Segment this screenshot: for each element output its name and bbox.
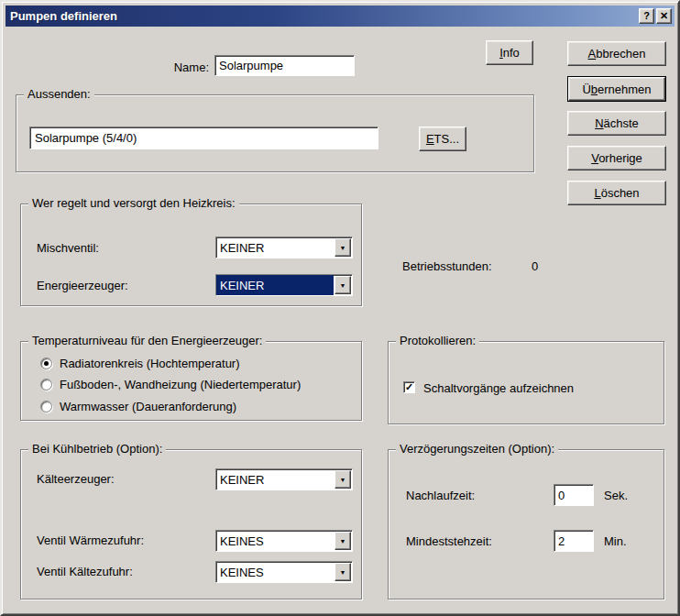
ventil-kaeltezufuhr-label: Ventil Kältezufuhr:: [37, 565, 133, 578]
kuehlbetrieb-group-label: Bei Kühlbetrieb (Option):: [28, 442, 166, 456]
chevron-down-icon[interactable]: ▼: [335, 532, 351, 550]
mischventil-combo[interactable]: KEINER ▼: [215, 236, 353, 258]
ventil-kaeltezufuhr-combo[interactable]: KEINES ▼: [215, 561, 353, 583]
betriebsstunden-value: 0: [532, 259, 538, 273]
ventil-waermezufuhr-label: Ventil Wärmezufuhr:: [37, 534, 144, 547]
ventil-kaeltezufuhr-value: KEINES: [216, 562, 334, 582]
radio-radiatorenkreis-label[interactable]: Radiatorenkreis (Hochtemperatur): [60, 357, 240, 370]
name-input[interactable]: [214, 55, 355, 76]
radio-warmwasser-label[interactable]: Warmwasser (Daueranforderung): [60, 400, 236, 413]
heizkreis-group-label: Wer regelt und versorgt den Heizkreis:: [28, 196, 239, 210]
radio-warmwasser[interactable]: [40, 401, 52, 412]
nachlaufzeit-label: Nachlaufzeit:: [406, 489, 475, 502]
close-icon: ✕: [660, 11, 668, 21]
loeschen-button[interactable]: Löschen: [567, 181, 666, 205]
titlebar[interactable]: Pumpen definieren ? ✕: [5, 6, 675, 27]
mischventil-value: KEINER: [216, 237, 334, 258]
ets-button[interactable]: ETS...: [419, 126, 466, 151]
mindeststehzeit-label: Mindeststehzeit:: [406, 534, 492, 548]
ventil-waermezufuhr-combo[interactable]: KEINES ▼: [215, 530, 353, 552]
chevron-down-icon[interactable]: ▼: [335, 563, 351, 581]
energieerzeuger-value: KEINER: [216, 275, 334, 295]
protokollieren-group-label: Protokollieren:: [396, 334, 479, 347]
schaltvorgaenge-checkbox[interactable]: ✓: [403, 381, 415, 393]
energieerzeuger-combo[interactable]: KEINER ▼: [215, 274, 353, 296]
betriebsstunden-label: Betriebsstunden:: [402, 259, 492, 273]
window-title: Pumpen definieren: [5, 9, 117, 23]
pumpen-definieren-dialog: Pumpen definieren ? ✕ Name: Info Abbrech…: [0, 0, 680, 616]
radio-fussboden[interactable]: [40, 379, 52, 390]
aussenden-address-field[interactable]: Solarpumpe (5/4/0): [29, 126, 378, 149]
nachlaufzeit-input[interactable]: [554, 484, 594, 506]
uebernehmen-button[interactable]: Übernehmen: [568, 77, 665, 101]
close-button[interactable]: ✕: [656, 8, 672, 24]
name-label: Name:: [121, 60, 209, 74]
naechste-button[interactable]: Nächste: [567, 111, 666, 136]
radio-fussboden-label[interactable]: Fußboden-, Wandheizung (Niedertemperatur…: [60, 378, 301, 391]
ventil-waermezufuhr-value: KEINES: [216, 531, 334, 551]
temperaturniveau-group-label: Temperaturniveau für den Energieerzeuger…: [28, 334, 266, 347]
mindeststehzeit-input[interactable]: [554, 530, 594, 552]
chevron-down-icon[interactable]: ▼: [335, 276, 351, 294]
nachlaufzeit-unit: Sek.: [604, 489, 628, 502]
help-icon: ?: [643, 11, 650, 21]
verzoegerungszeiten-group: Verzögerungszeiten (Option):: [388, 449, 664, 600]
kaelteerzeuger-label: Kälteerzeuger:: [37, 472, 115, 486]
mischventil-label: Mischventil:: [37, 241, 99, 255]
info-button[interactable]: Info: [486, 40, 533, 65]
radio-radiatorenkreis[interactable]: [40, 358, 52, 369]
help-button[interactable]: ?: [639, 8, 654, 24]
check-icon: ✓: [405, 382, 413, 392]
kaelteerzeuger-value: KEINER: [216, 469, 334, 490]
kaelteerzeuger-combo[interactable]: KEINER ▼: [215, 468, 353, 490]
verzoegerungszeiten-group-label: Verzögerungszeiten (Option):: [396, 442, 558, 456]
schaltvorgaenge-checkbox-label[interactable]: Schaltvorgänge aufzeichnen: [423, 381, 574, 395]
chevron-down-icon[interactable]: ▼: [335, 238, 351, 257]
chevron-down-icon[interactable]: ▼: [335, 470, 351, 489]
aussenden-group-label: Aussenden:: [24, 87, 94, 101]
abbrechen-button[interactable]: Abbrechen: [567, 41, 666, 66]
energieerzeuger-label: Energieerzeuger:: [37, 279, 128, 292]
vorherige-button[interactable]: Vorherige: [567, 146, 666, 170]
mindeststehzeit-unit: Min.: [604, 534, 627, 548]
